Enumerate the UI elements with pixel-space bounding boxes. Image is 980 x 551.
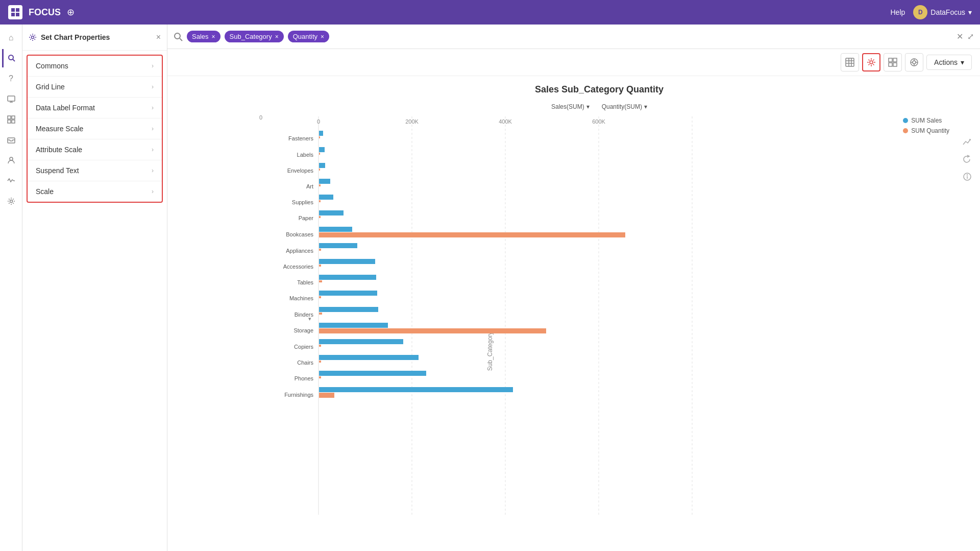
svg-rect-51: [319, 153, 320, 155]
panel-close-button[interactable]: ×: [156, 33, 161, 42]
svg-rect-65: [319, 227, 352, 232]
tag-sales[interactable]: Sales ×: [187, 31, 220, 42]
menu-item-gridline-label: Grid Line: [36, 83, 65, 91]
svg-rect-92: [319, 371, 426, 376]
svg-rect-9: [8, 116, 11, 119]
help-link[interactable]: Help: [891, 8, 905, 16]
chart-title: Sales Sub_Category Quantity: [259, 84, 939, 95]
app-name: FOCUS: [29, 7, 61, 18]
svg-rect-63: [319, 216, 321, 218]
svg-line-18: [180, 38, 182, 41]
help-circle-icon[interactable]: ?: [2, 69, 20, 88]
svg-rect-81: [319, 313, 322, 315]
legend-sum-sales: SUM Sales: [903, 117, 949, 124]
legend-sum-quantity: SUM Quantity: [903, 127, 949, 134]
menu-item-commons-label: Commons: [36, 62, 68, 70]
svg-rect-47: [319, 131, 323, 136]
svg-text:Paper: Paper: [299, 215, 314, 221]
svg-point-14: [10, 157, 13, 160]
menu-item-measure-scale[interactable]: Measure Scale ›: [28, 118, 162, 139]
menu-item-gridline[interactable]: Grid Line ›: [28, 77, 162, 98]
svg-rect-59: [319, 195, 333, 200]
svg-rect-19: [846, 58, 854, 66]
settings-icon[interactable]: [2, 192, 20, 210]
chart-settings-button[interactable]: [862, 53, 880, 71]
svg-rect-12: [12, 120, 15, 123]
svg-rect-69: [319, 249, 321, 251]
chart-right-icons: [963, 137, 972, 183]
line-chart-icon[interactable]: [963, 137, 972, 149]
panel-title-container: Set Chart Properties: [29, 33, 110, 41]
actions-chevron-icon: ▾: [961, 58, 964, 66]
table-view-button[interactable]: [841, 53, 859, 71]
search-expand-icon[interactable]: ⤢: [967, 32, 974, 41]
insights-button[interactable]: [905, 53, 923, 71]
svg-rect-60: [319, 200, 321, 202]
quantity-sum-label: Quantity(SUM): [602, 103, 642, 110]
svg-line-5: [13, 59, 15, 61]
sales-sum-dropdown[interactable]: Sales(SUM) ▾: [551, 103, 590, 110]
svg-text:Labels: Labels: [297, 152, 314, 158]
svg-rect-48: [319, 136, 320, 138]
svg-point-17: [175, 33, 180, 39]
user-name: DataFocus: [930, 8, 965, 16]
svg-rect-95: [319, 387, 513, 392]
tag-quantity-close-icon[interactable]: ×: [321, 33, 324, 40]
chevron-right-icon: ›: [152, 104, 154, 111]
search-icon[interactable]: [2, 49, 20, 67]
add-tab-button[interactable]: ⊕: [67, 7, 75, 18]
tag-quantity-label: Quantity: [293, 33, 317, 40]
svg-rect-27: [889, 63, 892, 66]
tag-sales-close-icon[interactable]: ×: [212, 33, 215, 40]
refresh-chart-icon[interactable]: [963, 155, 972, 166]
grid-icon[interactable]: [2, 110, 20, 129]
menu-item-scale[interactable]: Scale ›: [28, 181, 162, 202]
svg-text:Fasteners: Fasteners: [288, 135, 313, 141]
svg-rect-53: [319, 163, 325, 168]
menu-item-data-label-format[interactable]: Data Label Format ›: [28, 98, 162, 118]
inbox-icon[interactable]: [2, 131, 20, 149]
svg-rect-68: [319, 243, 357, 248]
svg-rect-0: [11, 8, 15, 12]
svg-rect-72: [319, 265, 321, 267]
svg-text:Storage: Storage: [293, 327, 313, 333]
monitor-icon[interactable]: [2, 90, 20, 108]
quantity-sum-dropdown[interactable]: Quantity(SUM) ▾: [602, 103, 647, 110]
tag-subcategory[interactable]: Sub_Category ×: [225, 31, 284, 42]
svg-rect-86: [319, 339, 403, 344]
svg-text:Phones: Phones: [295, 375, 314, 381]
tag-subcategory-close-icon[interactable]: ×: [275, 33, 279, 40]
info-icon[interactable]: [963, 172, 972, 183]
grid-view-button[interactable]: [884, 53, 902, 71]
svg-rect-56: [319, 179, 330, 184]
search-bar: Sales × Sub_Category × Quantity × ✕ ⤢: [167, 25, 980, 49]
user-menu[interactable]: D DataFocus ▾: [913, 5, 972, 19]
sales-sum-label: Sales(SUM): [551, 103, 584, 110]
menu-item-suspend-text[interactable]: Suspend Text ›: [28, 160, 162, 181]
svg-text:400K: 400K: [499, 118, 512, 125]
user-icon[interactable]: [2, 151, 20, 170]
svg-rect-3: [16, 13, 19, 16]
svg-rect-10: [12, 116, 15, 119]
svg-text:Accessories: Accessories: [283, 263, 314, 270]
tag-subcategory-label: Sub_Category: [230, 33, 272, 40]
menu-item-scale-label: Scale: [36, 187, 54, 196]
svg-point-99: [967, 175, 968, 175]
menu-item-commons[interactable]: Commons ›: [28, 56, 162, 77]
nav-right: Help D DataFocus ▾: [891, 5, 972, 19]
search-clear-icon[interactable]: ✕: [957, 32, 963, 41]
svg-text:Supplies: Supplies: [292, 199, 314, 205]
svg-rect-90: [319, 361, 321, 363]
svg-rect-74: [319, 275, 376, 280]
chevron-right-icon: ›: [152, 167, 154, 174]
home-icon[interactable]: ⌂: [2, 29, 20, 47]
chevron-right-icon: ›: [152, 125, 154, 132]
tag-quantity[interactable]: Quantity ×: [288, 31, 329, 42]
actions-label: Actions: [934, 58, 958, 66]
svg-text:Copiers: Copiers: [294, 344, 313, 350]
menu-item-attribute-scale[interactable]: Attribute Scale ›: [28, 139, 162, 160]
actions-menu-button[interactable]: Actions ▾: [926, 55, 972, 70]
svg-rect-25: [889, 58, 892, 62]
activity-icon[interactable]: [2, 172, 20, 190]
svg-rect-80: [319, 307, 378, 312]
